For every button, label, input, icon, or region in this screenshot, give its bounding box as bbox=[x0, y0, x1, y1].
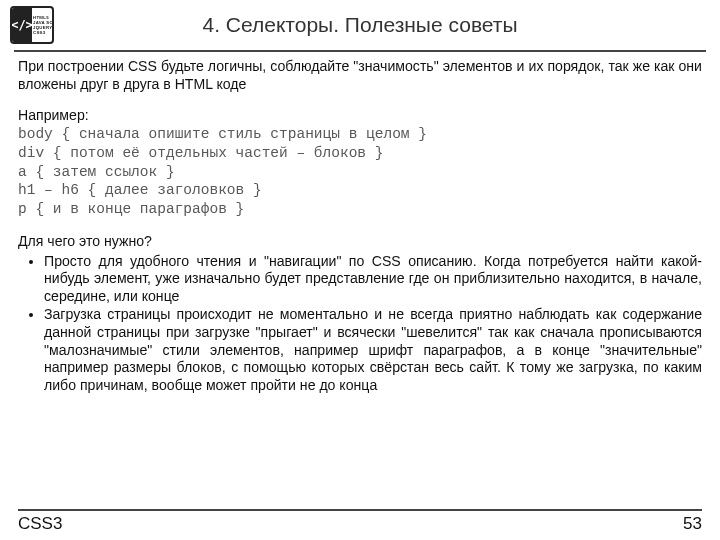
list-item: Загрузка страницы происходит не моментал… bbox=[44, 306, 702, 394]
slide: </> HTML5 JAVA SCRIPT JQUERY CSS3 4. Сел… bbox=[0, 0, 720, 540]
footer-divider bbox=[18, 509, 702, 511]
example-label: Например: bbox=[18, 107, 702, 125]
list-item: Просто для удобного чтения и "навигации"… bbox=[44, 253, 702, 306]
logo-text: HTML5 JAVA SCRIPT JQUERY CSS3 bbox=[32, 8, 54, 42]
page-number: 53 bbox=[683, 514, 702, 534]
slide-title: 4. Селекторы. Полезные советы bbox=[54, 13, 706, 37]
logo-glyph: </> bbox=[12, 8, 32, 42]
slide-header: </> HTML5 JAVA SCRIPT JQUERY CSS3 4. Сел… bbox=[0, 0, 720, 46]
why-label: Для чего это нужно? bbox=[18, 233, 702, 251]
reasons-list: Просто для удобного чтения и "навигации"… bbox=[26, 253, 702, 395]
code-line: body { сначала опишите стиль страницы в … bbox=[18, 125, 702, 144]
code-line: h1 – h6 { далее заголовков } bbox=[18, 181, 702, 200]
slide-content: При построении CSS будьте логичны, соблю… bbox=[0, 52, 720, 395]
tech-logo-icon: </> HTML5 JAVA SCRIPT JQUERY CSS3 bbox=[10, 6, 54, 44]
code-line: p { и в конце параграфов } bbox=[18, 200, 702, 219]
code-line: div { потом её отдельных частей – блоков… bbox=[18, 144, 702, 163]
slide-footer: CSS3 53 bbox=[0, 509, 720, 540]
code-line: a { затем ссылок } bbox=[18, 163, 702, 182]
intro-paragraph: При построении CSS будьте логичны, соблю… bbox=[18, 58, 702, 93]
code-block: body { сначала опишите стиль страницы в … bbox=[18, 125, 702, 219]
footer-left: CSS3 bbox=[18, 514, 62, 534]
logo-line: CSS3 bbox=[33, 30, 54, 35]
